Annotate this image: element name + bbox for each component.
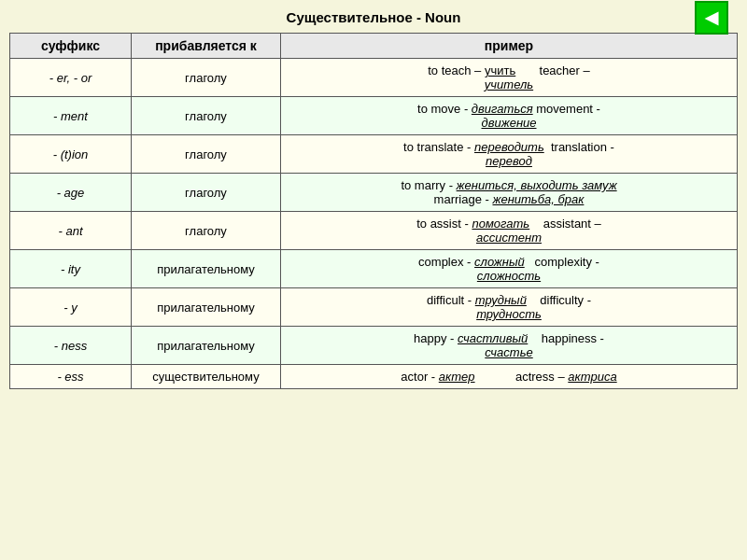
page-title: Существительное - Noun [287, 9, 461, 25]
table-row: - essсуществительномуactor - актер actre… [10, 365, 738, 389]
table-row: - ityприлагательномуcomplex - сложный co… [10, 250, 738, 288]
suffixes-table: суффикс прибавляется к пример - er, - or… [9, 33, 738, 389]
added-to-cell: глаголу [132, 97, 281, 135]
header-suffix: суффикс [10, 34, 132, 59]
example-cell: difficult - трудный difficulty -трудност… [281, 288, 738, 327]
example-cell: to move - двигаться movement -движение [281, 97, 738, 135]
table-row: - ageглаголуto marry - жениться, выходит… [10, 174, 738, 212]
page-wrapper: Существительное - Noun ◀ суффикс прибавл… [0, 0, 747, 399]
table-row: - yприлагательномуdifficult - трудный di… [10, 288, 738, 327]
added-to-cell: прилагательному [132, 327, 281, 365]
suffix-cell: - y [10, 288, 132, 327]
table-header: суффикс прибавляется к пример [10, 34, 738, 59]
added-to-cell: глаголу [132, 59, 281, 97]
header-example: пример [281, 34, 738, 59]
suffix-cell: - ess [10, 365, 132, 389]
example-cell: complex - сложный complexity -сложность [281, 250, 738, 288]
table-body: - er, - orглаголуto teach – учить teache… [10, 59, 738, 389]
suffix-cell: - ness [10, 327, 132, 365]
added-to-cell: прилагательному [132, 250, 281, 288]
header-row: суффикс прибавляется к пример [10, 34, 738, 59]
example-cell: to assist - помогать assistant –ассистен… [281, 212, 738, 250]
added-to-cell: глаголу [132, 212, 281, 250]
header-added: прибавляется к [132, 34, 281, 59]
suffix-cell: - ant [10, 212, 132, 250]
added-to-cell: глаголу [132, 135, 281, 174]
suffix-cell: - ity [10, 250, 132, 288]
example-cell: happy - счастливый happiness -счастье [281, 327, 738, 365]
table-row: - nessприлагательномуhappy - счастливый … [10, 327, 738, 365]
added-to-cell: глаголу [132, 174, 281, 212]
suffix-cell: - (t)ion [10, 135, 132, 174]
table-row: - (t)ionглаголуto translate - переводить… [10, 135, 738, 174]
example-cell: to translate - переводить translation -п… [281, 135, 738, 174]
example-cell: actor - актер actress – актриса [281, 365, 738, 389]
title-row: Существительное - Noun ◀ [9, 9, 738, 25]
nav-back-button[interactable]: ◀ [695, 1, 728, 35]
suffix-cell: - age [10, 174, 132, 212]
table-row: - mentглаголуto move - двигаться movemen… [10, 97, 738, 135]
suffix-cell: - ment [10, 97, 132, 135]
suffix-cell: - er, - or [10, 59, 132, 97]
example-cell: to marry - жениться, выходить замужmarri… [281, 174, 738, 212]
example-cell: to teach – учить teacher –учитель [281, 59, 738, 97]
table-row: - antглаголуto assist - помогать assista… [10, 212, 738, 250]
table-row: - er, - orглаголуto teach – учить teache… [10, 59, 738, 97]
added-to-cell: существительному [132, 365, 281, 389]
added-to-cell: прилагательному [132, 288, 281, 327]
